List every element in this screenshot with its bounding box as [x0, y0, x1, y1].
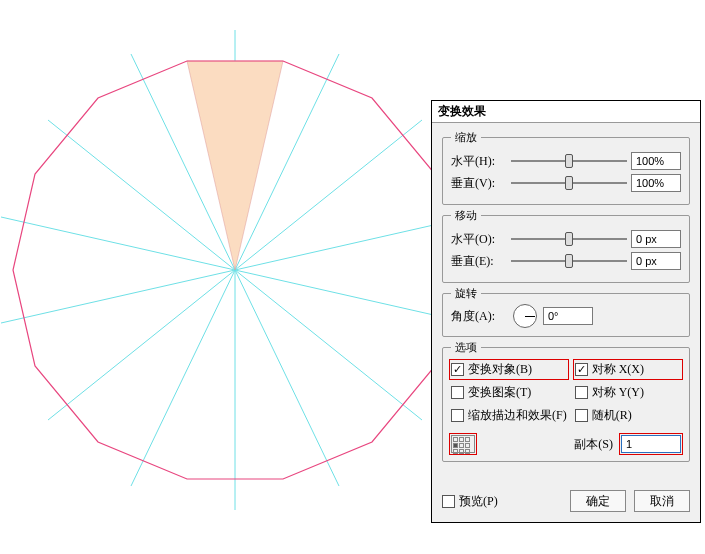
move-v-input[interactable]	[631, 252, 681, 270]
scale-strokes-label: 缩放描边和效果(F)	[468, 407, 567, 424]
transform-patterns-checkbox[interactable]: 变换图案(T)	[451, 384, 567, 401]
scale-v-input[interactable]	[631, 174, 681, 192]
svg-line-10	[1, 270, 235, 323]
scale-group: 缩放 水平(H): 垂直(V):	[442, 137, 690, 205]
scale-legend: 缩放	[451, 130, 481, 145]
svg-line-8	[131, 270, 235, 486]
dialog-title: 变换效果	[438, 103, 486, 120]
transform-objects-label: 变换对象(B)	[468, 361, 532, 378]
canvas-illustration	[0, 0, 450, 554]
reference-point-icon[interactable]	[451, 435, 475, 453]
options-group: 选项 ✓ 变换对象(B) ✓ 对称 X(X) 变换图案(T) 对称 Y(Y)	[442, 347, 690, 462]
ok-button[interactable]: 确定	[570, 490, 626, 512]
move-group: 移动 水平(O): 垂直(E):	[442, 215, 690, 283]
dialog-title-bar: 变换效果	[432, 101, 700, 123]
svg-line-6	[235, 270, 339, 486]
svg-line-11	[1, 217, 235, 270]
preview-checkbox[interactable]: 预览(P)	[442, 493, 498, 510]
random-checkbox[interactable]: 随机(R)	[575, 407, 681, 424]
copies-label: 副本(S)	[574, 436, 613, 453]
options-legend: 选项	[451, 340, 481, 355]
transform-effect-dialog: 变换效果 缩放 水平(H): 垂直(V): 移动	[431, 100, 701, 523]
scale-h-label: 水平(H):	[451, 153, 507, 170]
rotate-input[interactable]	[543, 307, 593, 325]
random-label: 随机(R)	[592, 407, 632, 424]
angle-dial-icon[interactable]	[513, 304, 537, 328]
rotate-label: 角度(A):	[451, 308, 507, 325]
move-h-slider[interactable]	[511, 230, 627, 248]
move-h-input[interactable]	[631, 230, 681, 248]
rotate-group: 旋转 角度(A):	[442, 293, 690, 337]
scale-h-slider[interactable]	[511, 152, 627, 170]
cancel-button[interactable]: 取消	[634, 490, 690, 512]
scale-h-input[interactable]	[631, 152, 681, 170]
move-legend: 移动	[451, 208, 481, 223]
scale-strokes-checkbox[interactable]: 缩放描边和效果(F)	[451, 407, 567, 424]
svg-line-5	[235, 270, 422, 420]
copies-input[interactable]	[621, 435, 681, 453]
move-v-label: 垂直(E):	[451, 253, 507, 270]
transform-objects-checkbox[interactable]: ✓ 变换对象(B)	[451, 361, 567, 378]
reflect-x-checkbox[interactable]: ✓ 对称 X(X)	[575, 361, 681, 378]
transform-patterns-label: 变换图案(T)	[468, 384, 531, 401]
reflect-x-label: 对称 X(X)	[592, 361, 644, 378]
move-v-slider[interactable]	[511, 252, 627, 270]
rotate-legend: 旋转	[451, 286, 481, 301]
reflect-y-label: 对称 Y(Y)	[592, 384, 644, 401]
reflect-y-checkbox[interactable]: 对称 Y(Y)	[575, 384, 681, 401]
preview-label: 预览(P)	[459, 493, 498, 510]
svg-line-9	[48, 270, 235, 420]
scale-v-label: 垂直(V):	[451, 175, 507, 192]
scale-v-slider[interactable]	[511, 174, 627, 192]
move-h-label: 水平(O):	[451, 231, 507, 248]
